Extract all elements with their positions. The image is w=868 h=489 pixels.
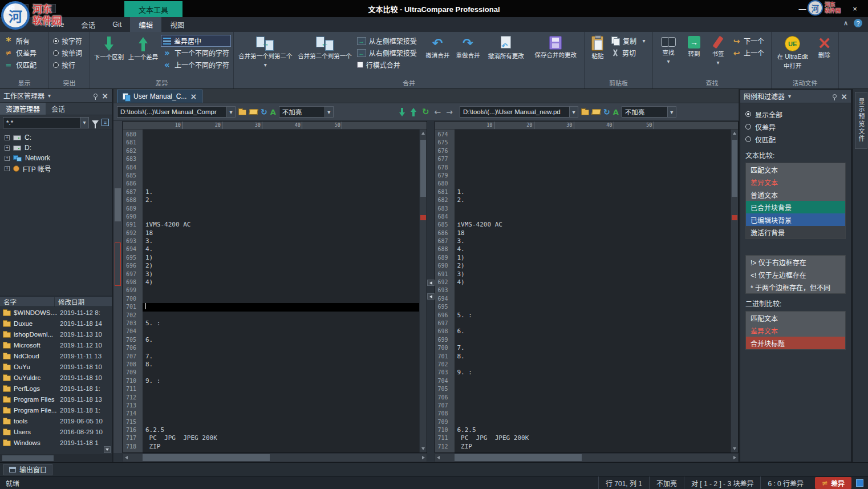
code-line[interactable]: 6. xyxy=(143,336,419,344)
code-line[interactable]: 5. : xyxy=(143,320,419,328)
left-arrow-icon[interactable] xyxy=(435,107,441,116)
code-line[interactable]: 3) xyxy=(143,270,419,278)
tree-item-network[interactable]: Network xyxy=(0,153,112,163)
code-line[interactable]: 4) xyxy=(143,278,419,286)
quick-access-icon[interactable] xyxy=(33,4,42,13)
code-line[interactable] xyxy=(455,286,731,294)
code-line[interactable]: 2. xyxy=(455,196,731,204)
ribbon-tab-home[interactable]: Home xyxy=(36,17,72,32)
ribbon-tab-view[interactable]: 视图 xyxy=(161,17,193,32)
code-line[interactable]: ZIP xyxy=(143,443,419,451)
code-line[interactable] xyxy=(455,213,731,221)
code-line[interactable]: 1) xyxy=(455,254,731,262)
help-icon[interactable]: ? xyxy=(854,19,862,27)
expand-icon[interactable] xyxy=(5,135,10,140)
code-line[interactable] xyxy=(143,155,419,163)
file-list-row[interactable]: OuYu2019-11-18 10 xyxy=(0,361,112,372)
code-line[interactable] xyxy=(455,180,731,188)
code-line[interactable] xyxy=(143,312,419,320)
code-line[interactable] xyxy=(143,385,419,393)
minimize-button[interactable]: — xyxy=(789,0,816,17)
scrollbar-thumb[interactable] xyxy=(143,454,270,461)
output-window-button[interactable]: 输出窗口 xyxy=(3,464,52,475)
ribbon-tab-session[interactable]: 会话 xyxy=(72,17,104,32)
code-line[interactable]: 9. : xyxy=(455,369,731,377)
code-line[interactable]: 6.2.5 xyxy=(455,426,731,434)
redo-merge-button[interactable]: 重做合并 xyxy=(453,35,482,59)
font-icon[interactable] xyxy=(270,108,276,116)
scrollbar-thumb[interactable] xyxy=(455,454,582,461)
filter-show-all-radio[interactable]: 显示全部 xyxy=(745,108,846,120)
next-diff-button[interactable]: 下一个区别 xyxy=(92,35,125,61)
file-list-row[interactable]: Program Files2019-11-18 13 xyxy=(0,394,112,405)
dropdown-arrow-icon[interactable] xyxy=(667,107,676,117)
close-icon[interactable] xyxy=(102,91,108,100)
code-line[interactable]: iVMS-4200 AC xyxy=(143,221,419,229)
code-line[interactable] xyxy=(455,418,731,426)
paste-button[interactable]: 粘贴 xyxy=(587,35,609,60)
code-line[interactable] xyxy=(455,147,731,155)
code-line[interactable]: 7. xyxy=(143,353,419,361)
quick-access-icon[interactable] xyxy=(47,4,56,13)
code-line[interactable] xyxy=(455,172,731,180)
code-line[interactable] xyxy=(143,369,419,377)
folder-open-icon[interactable] xyxy=(249,109,258,115)
code-line[interactable] xyxy=(143,213,419,221)
next-diff-char-button[interactable]: 下一个不同的字符 xyxy=(161,47,231,59)
folder-icon[interactable] xyxy=(581,110,589,115)
code-line[interactable] xyxy=(143,164,419,172)
expand-icon[interactable] xyxy=(5,166,10,171)
code-line[interactable]: PC JPG JPEG 200K xyxy=(455,434,731,442)
line-mode-merge-checkbox[interactable]: 行模式合并 xyxy=(355,59,422,71)
code-line[interactable]: 9. : xyxy=(143,377,419,385)
right-highlight-mode-combobox[interactable]: 不加亮 xyxy=(622,106,676,118)
context-tab-text-tools[interactable]: 文本工具 xyxy=(124,1,182,17)
pin-icon[interactable] xyxy=(94,94,98,98)
code-line[interactable]: 7. xyxy=(455,344,731,352)
code-line[interactable] xyxy=(143,180,419,188)
code-line[interactable]: 2) xyxy=(455,262,731,270)
filter-diff-only-radio[interactable]: 仅差异 xyxy=(745,120,846,133)
tree-item-d-drive[interactable]: D: xyxy=(0,143,112,153)
prev-diff-icon[interactable] xyxy=(411,107,417,117)
show-all-button[interactable]: 所有 xyxy=(2,35,38,47)
code-line[interactable]: PC JPG JPEG 200K xyxy=(143,434,419,442)
code-line[interactable]: 1. xyxy=(143,188,419,196)
code-line[interactable]: 18 xyxy=(143,229,419,237)
copy-button[interactable]: 复制 xyxy=(610,35,650,47)
code-line[interactable] xyxy=(143,328,419,336)
vertical-scrollbar[interactable] xyxy=(419,130,427,452)
code-line[interactable]: 1. xyxy=(455,188,731,196)
file-list-row[interactable]: Duxue2019-11-18 14 xyxy=(0,318,112,329)
undo-merge-button[interactable]: 撤消合并 xyxy=(423,35,452,59)
code-line[interactable] xyxy=(455,336,731,344)
code-line[interactable] xyxy=(455,402,731,410)
dropdown-arrow-icon[interactable] xyxy=(716,59,719,66)
code-line[interactable] xyxy=(455,320,731,328)
highlight-by-line-radio[interactable]: 按行 xyxy=(51,59,84,71)
vertical-scrollbar[interactable] xyxy=(731,130,738,452)
expand-icon[interactable] xyxy=(5,156,10,161)
code-line[interactable]: 8. xyxy=(143,361,419,369)
merge-left-arrow-button[interactable] xyxy=(427,280,435,286)
code-line[interactable]: 4. xyxy=(143,245,419,253)
folder-open-icon[interactable] xyxy=(591,109,601,115)
tree-item-c-drive[interactable]: C: xyxy=(0,132,112,143)
folder-icon[interactable] xyxy=(238,110,246,115)
goto-button[interactable]: 转到 xyxy=(683,35,705,58)
code-line[interactable] xyxy=(455,164,731,172)
find-button[interactable]: 查找 xyxy=(655,35,682,64)
code-line[interactable] xyxy=(143,205,419,213)
tab-session[interactable]: 会话 xyxy=(46,103,71,115)
code-line[interactable] xyxy=(455,139,731,147)
code-line[interactable] xyxy=(143,139,419,147)
code-line[interactable] xyxy=(455,394,731,402)
dropdown-arrow-icon[interactable] xyxy=(226,107,235,117)
find-prev-button[interactable]: 上一个 xyxy=(731,47,766,59)
document-tab[interactable]: User Manual_C... xyxy=(117,90,202,103)
code-line[interactable] xyxy=(143,344,419,352)
left-path-combobox[interactable]: D:\tools\(...)\User Manual_Compr xyxy=(117,106,236,118)
scrollbar-thumb[interactable] xyxy=(420,140,426,197)
preview-files-vertical-tab[interactable]: 显示预览文件 xyxy=(855,92,867,149)
filter-funnel-icon[interactable] xyxy=(92,120,99,125)
